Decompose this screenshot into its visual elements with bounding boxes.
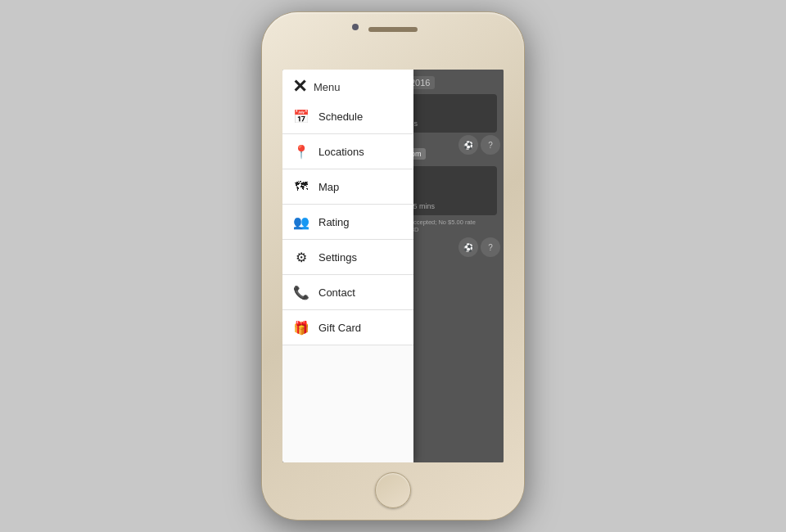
schedule-label: Schedule — [318, 110, 363, 123]
phone-device: March 07, 2016 on Has Fallen (R) me: 1 h… — [262, 12, 524, 520]
locations-icon: 📍 — [292, 142, 310, 160]
menu-item-map[interactable]: 🗺 Map — [282, 169, 413, 205]
info-button-1[interactable]: ? — [481, 135, 500, 155]
schedule-icon: 📅 — [292, 107, 310, 125]
rating-icon: 👥 — [292, 213, 310, 231]
trailer-button-2[interactable]: ⚽ — [458, 237, 478, 257]
map-label: Map — [318, 181, 339, 193]
menu-item-locations[interactable]: 📍 Locations — [282, 134, 413, 169]
menu-items-list: 📅 Schedule 📍 Locations 🗺 Map 👥 Rating ⚙ — [282, 99, 413, 345]
side-menu: ✕ Menu 📅 Schedule 📍 Locations 🗺 Map 👥 — [282, 70, 413, 462]
phone-camera — [352, 24, 359, 30]
menu-item-giftcard[interactable]: 🎁 Gift Card — [282, 310, 413, 345]
contact-icon: 📞 — [292, 283, 310, 301]
movie1-action-buttons: ⚽ ? — [458, 135, 500, 155]
home-button[interactable] — [375, 472, 411, 508]
menu-item-contact[interactable]: 📞 Contact — [282, 275, 413, 310]
menu-item-rating[interactable]: 👥 Rating — [282, 205, 413, 240]
trailer-button-1[interactable]: ⚽ — [458, 135, 478, 155]
rating-label: Rating — [318, 216, 350, 228]
settings-label: Settings — [318, 251, 357, 264]
map-icon: 🗺 — [292, 178, 310, 196]
info-button-2[interactable]: ? — [481, 237, 500, 257]
phone-speaker — [368, 27, 418, 32]
menu-header: ✕ Menu — [282, 70, 413, 99]
close-icon[interactable]: ✕ — [292, 78, 307, 96]
menu-title-label: Menu — [314, 81, 341, 93]
locations-label: Locations — [318, 146, 364, 158]
menu-item-settings[interactable]: ⚙ Settings — [282, 240, 413, 275]
giftcard-label: Gift Card — [318, 322, 361, 334]
movie2-action-buttons: ⚽ ? — [458, 237, 500, 257]
menu-item-schedule[interactable]: 📅 Schedule — [282, 99, 413, 134]
giftcard-icon: 🎁 — [292, 318, 310, 336]
phone-screen: March 07, 2016 on Has Fallen (R) me: 1 h… — [282, 70, 504, 462]
settings-icon: ⚙ — [292, 248, 310, 266]
contact-label: Contact — [318, 286, 355, 299]
